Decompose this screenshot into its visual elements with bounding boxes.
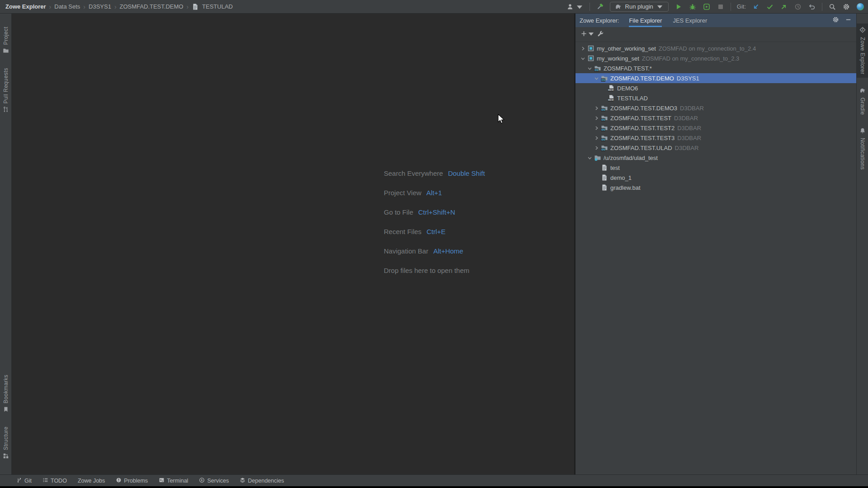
wrench-icon[interactable] [597,30,604,38]
statusbar-item-dependencies[interactable]: Dependencies [240,477,284,484]
tree-row[interactable]: my_working_setZOSMFAD on my_connection_t… [576,53,856,63]
git-label: Git: [737,3,746,10]
tree-row[interactable]: test [576,163,856,173]
hammer-icon[interactable] [596,3,604,11]
main-toolbar: Run pluginGit: [566,2,864,12]
stripe-item-zowe-explorer[interactable]: ZZowe Explorer [857,23,868,78]
svg-text:DS: DS [601,148,605,151]
statusbar-item-zowe-jobs[interactable]: Zowe Jobs [78,478,105,484]
working-set-icon [587,45,595,52]
tree-node-label: ZOSMFAD.TEST.DEMO [610,75,674,82]
breadcrumb-item[interactable]: Data Sets [54,3,80,10]
uss-file-icon [600,174,609,181]
stripe-item-project[interactable]: Project [0,23,12,58]
stripe-item-bookmarks[interactable]: Bookmarks [0,371,12,417]
tree-row[interactable]: DSZOSMFAD.TEST.TESTD3DBAR [576,113,856,123]
statusbar-item-label: Zowe Jobs [78,478,105,484]
svg-text:MEM: MEM [608,89,613,91]
minimize-icon[interactable] [845,16,852,24]
tree-row[interactable]: MEMTESTULAD [576,93,856,103]
statusbar-item-git[interactable]: Git [16,477,32,484]
tree-node-label: ZOSMFAD.TEST.TEST [610,115,671,122]
bell-icon [859,127,866,135]
tool-window-header-actions [832,14,852,27]
rollback-icon[interactable] [808,3,816,11]
gear-icon[interactable] [832,16,839,24]
stripe-item-structure[interactable]: Structure [0,423,12,464]
stripe-item-label: Zowe Explorer [859,37,866,75]
tree-row[interactable]: my_other_working_setZOSMFAD on my_connec… [576,43,856,53]
tree-node-label: my_working_set [597,55,639,62]
chevron-right-icon[interactable] [593,144,600,151]
svg-text:DS: DS [601,138,605,141]
profiler-icon[interactable] [703,3,711,11]
breadcrumb-item[interactable]: TESTULAD [202,3,233,10]
tree-row[interactable]: DSZOSMFAD.TEST.* [576,63,856,73]
tree-row[interactable]: DSZOSMFAD.TEST.TEST3D3DBAR [576,133,856,143]
shortcut-action-label: Go to File [384,208,413,216]
tree-row[interactable]: MEMDEMO6 [576,83,856,93]
zowe-icon: Z [859,27,866,34]
breadcrumb-item[interactable]: ZOSMFAD.TEST.DEMO [120,3,184,10]
git-push-icon[interactable] [780,3,788,11]
tab-file-explorer[interactable]: File Explorer [629,14,662,27]
breadcrumb-item[interactable]: D3SYS1 [89,3,111,10]
shortcut-hint-line: Drop files here to open them [384,261,485,280]
tree-node-label: ZOSMFAD.TEST.ULAD [610,145,672,151]
statusbar-item-terminal[interactable]: Terminal [159,477,188,484]
stripe-item-notifications[interactable]: Notifications [857,124,868,173]
tab-jes-explorer[interactable]: JES Explorer [673,14,707,27]
statusbar-item-label: Services [207,478,229,484]
chevron-down-icon[interactable] [593,75,600,82]
statusbar-item-todo[interactable]: TODO [42,477,67,484]
breadcrumb-item[interactable]: Zowe Explorer [5,3,46,10]
dataset-folder-icon: DS [600,144,609,151]
caret-down-small [656,3,664,11]
chevron-down-icon[interactable] [586,154,594,161]
debug-bug-icon[interactable] [689,3,697,11]
uss-file-icon [600,184,609,191]
chevron-right-icon[interactable] [579,45,587,52]
chevron-right-icon[interactable] [593,134,600,141]
chevron-right-icon[interactable] [593,124,600,131]
user-icon-button[interactable] [566,3,584,11]
tree-node-label: gradlew.bat [610,184,641,191]
chevron-right-icon[interactable] [593,104,600,112]
git-commit-icon[interactable] [766,3,774,11]
search-icon[interactable] [828,3,836,11]
stripe-item-label: Pull Requests [3,68,9,103]
git-update-icon[interactable] [752,3,760,11]
stop-icon[interactable] [717,3,725,11]
dataset-folder-icon: DS [600,75,609,82]
run-configuration-selector[interactable]: Run plugin [610,2,669,12]
chevron-down-icon[interactable] [579,55,587,62]
tree-node-suffix: ZOSMFAD on my_connection_to_2.4 [659,45,756,52]
shortcut-hint-line: Recent FilesCtrl+E [384,222,485,241]
main-area: ProjectPull Requests BookmarksStructure … [0,14,868,474]
tree-node-suffix: D3DBAR [677,135,701,141]
statusbar-item-problems[interactable]: Problems [116,477,148,484]
svg-text:DS: DS [601,118,605,121]
tree-row[interactable]: DSZOSMFAD.TEST.DEMO3D3DBAR [576,103,856,113]
shortcut-hint-line: Project ViewAlt+1 [384,183,485,202]
tree-row[interactable]: DSZOSMFAD.TEST.TEST2D3DBAR [576,123,856,133]
avatar-sphere-icon[interactable] [856,3,864,11]
history-icon[interactable] [794,3,802,11]
tree-row[interactable]: DSZOSMFAD.TEST.DEMOD3SYS1 [576,73,856,83]
run-play-icon[interactable] [675,3,683,11]
tree-row[interactable]: DSZOSMFAD.TEST.ULADD3DBAR [576,143,856,153]
stripe-item-pull-requests[interactable]: Pull Requests [0,65,12,117]
chevron-down-icon[interactable] [586,65,594,72]
working-set-icon [587,55,595,62]
add-button[interactable] [580,30,591,38]
settings-gear-icon[interactable] [842,3,850,11]
tree-row[interactable]: demo_1 [576,173,856,183]
stripe-item-gradle[interactable]: Gradle [857,84,868,118]
zowe-explorer-tool-window: Zowe Explorer: File Explorer JES Explore… [574,14,856,474]
chevron-right-icon[interactable] [593,114,600,122]
tree-row[interactable]: gradlew.bat [576,183,856,192]
statusbar-item-services[interactable]: Services [199,477,229,484]
statusbar-item-label: Problems [124,478,148,484]
tree-node-suffix: ZOSMFAD on my_connection_to_2.3 [642,55,739,62]
tree-row[interactable]: /u/zosmfad/ulad_test [576,153,856,163]
